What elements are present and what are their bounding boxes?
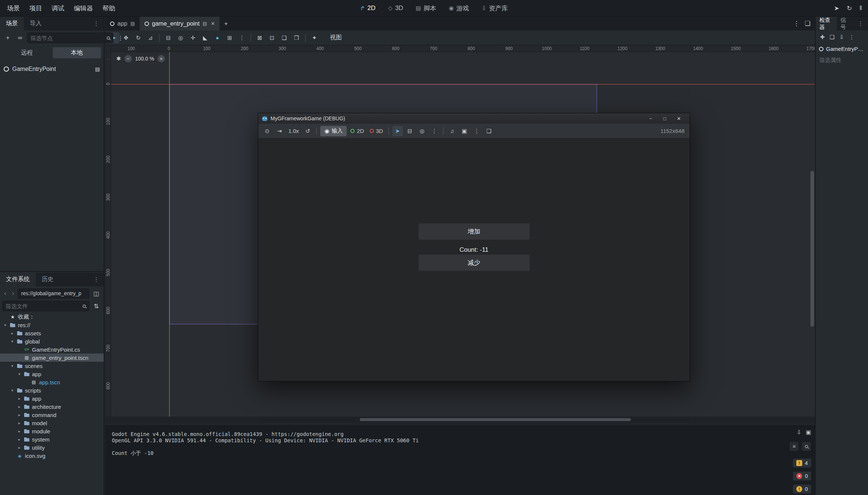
file-tree-item[interactable]: ▤ app.tscn [0,378,104,386]
snap-options-kebab[interactable]: ⋮ [236,32,247,43]
remote-button[interactable]: 远程 [3,47,51,58]
group-nodes-button[interactable]: ❑ [279,32,290,43]
selection-list-tool[interactable]: ⊟ [163,32,174,43]
hscroll-thumb[interactable] [360,418,631,421]
view-menu[interactable]: 视图 [326,32,346,43]
workspace-game[interactable]: ◉ 游戏 [444,2,473,14]
new-resource-button[interactable]: ✚ [820,34,825,40]
sort-files-button[interactable]: ⇅ [91,301,101,311]
scene-tabs-kebab[interactable]: ⋮ [793,20,800,27]
filter-properties[interactable]: 筛选属性 [816,54,868,67]
tab-inspector[interactable]: 检查器 [816,17,837,30]
filter-nodes-input[interactable] [30,35,104,41]
visibility-button[interactable]: ◎ [417,126,427,136]
local-button[interactable]: 本地 [53,47,101,58]
workspace-2d[interactable]: ↱ 2D [356,3,380,14]
game-window-titlebar[interactable]: MyGFrameworkGame (DEBUG) − □ ✕ [258,113,690,124]
file-tree-item[interactable]: ◈ icon.svg [0,452,104,460]
file-tree-item[interactable]: ▾ scripts [0,386,104,394]
reset-speed-button[interactable]: ↺ [302,126,313,136]
filter-files-input[interactable] [6,303,80,309]
expand-chevron-icon[interactable]: ▸ [17,396,22,401]
file-tree-item[interactable]: ▸ utility [0,443,104,452]
file-tree-item[interactable]: ▸ command [0,411,104,419]
mute-audio-button[interactable]: ♫ [447,126,457,136]
mode-2d-toggle[interactable]: 2D [349,126,366,136]
copy-log-button[interactable]: ▣ [806,429,811,436]
skeleton-options[interactable]: ✦ [309,32,320,43]
errors-badge[interactable]: ✕ 0 [793,472,811,481]
tab-import[interactable]: 导入 [24,17,48,30]
file-tree-item[interactable]: ▤ game_entry_point.tscn [0,354,104,362]
file-tree-item[interactable]: ★ 收藏： [0,313,104,321]
expand-chevron-icon[interactable]: ▸ [17,445,22,450]
scale-tool[interactable]: ⊿ [145,32,156,43]
expand-chevron-icon[interactable]: ▸ [17,413,22,417]
decrease-button[interactable]: 减少 [418,254,530,271]
inspector-dock-kebab[interactable]: ⋮ [853,17,868,30]
scene-tree-kebab[interactable]: ⋮ [115,33,126,43]
pause-icon[interactable]: ‖ [859,4,862,12]
scene-tab-game-entry-point[interactable]: game_entry_point ▤ ✕ [140,17,220,30]
speed-select[interactable]: 1.0x [286,126,301,136]
maximize-button[interactable]: □ [658,113,672,124]
tab-filesystem[interactable]: 文件系统 [0,273,36,286]
expand-chevron-icon[interactable]: ▾ [17,372,22,377]
expand-chevron-icon[interactable]: ▸ [17,404,22,409]
mode-3d-toggle[interactable]: 3D [368,126,385,136]
canvas-vscrollbar[interactable] [810,52,814,417]
camera-override-button[interactable]: ▣ [459,126,470,136]
file-tree-item[interactable]: ▾ global [0,337,104,345]
node-list-button[interactable]: ⊟ [405,126,415,136]
scene-menu[interactable]: 场景 [2,4,25,13]
expand-chevron-icon[interactable]: ▾ [10,364,14,368]
cursor-tool-icon[interactable]: ➤ [834,4,839,12]
filter-log-toggle[interactable]: ≡ [789,442,799,451]
lock-node-button[interactable]: ⊠ [254,32,265,43]
expand-chevron-icon[interactable]: ▸ [17,421,22,426]
tab-history[interactable]: 历史 [36,273,59,286]
tab-scene[interactable]: 场景 [0,17,24,30]
reload-icon[interactable]: ↻ [847,4,852,12]
zoom-level[interactable]: 100.0 % [135,56,154,62]
instantiate-scene-button[interactable]: ∞ [15,33,25,43]
rotate-tool[interactable]: ↻ [133,32,144,43]
expand-chevron-icon[interactable]: ▸ [10,331,14,336]
pan-tool[interactable]: ✛ [187,32,198,43]
load-resource-button[interactable]: ❏ [830,34,835,40]
close-tab-icon[interactable]: ✕ [211,21,215,26]
expand-viewport-button[interactable]: ❏ [805,20,810,27]
expand-chevron-icon[interactable]: ▾ [10,339,14,344]
pick-options-kebab[interactable]: ⋮ [429,126,440,136]
file-tree-item[interactable]: ▸ architecture [0,403,104,411]
session-options[interactable]: ⊙ [262,126,272,136]
save-log-button[interactable]: ⇩ [797,429,801,436]
editor-menu[interactable]: 编辑器 [69,4,98,13]
scene-tab-app[interactable]: app ▤ [105,17,140,30]
search-log-toggle[interactable] [801,442,811,451]
nav-forward-button[interactable]: › [10,290,16,297]
zoom-out-button[interactable]: − [124,55,132,62]
warnings-badge[interactable]: ! 0 [793,485,811,494]
attached-script-icon[interactable]: ▤ [95,66,100,72]
smart-snap-toggle[interactable]: ● [212,32,223,43]
file-tree-item[interactable]: ▸ module [0,427,104,435]
next-frame-button[interactable]: ⇥ [274,126,285,136]
scene-dock-kebab[interactable]: ⋮ [89,17,104,30]
nav-back-button[interactable]: ‹ [2,290,8,297]
zoom-in-button[interactable]: + [158,55,165,62]
file-tree-item[interactable]: ▾ scenes [0,362,104,370]
file-tree-item[interactable]: ▾ res:// [0,321,104,329]
path-input[interactable] [18,289,89,299]
inspector-node-row[interactable]: GameEntryPoint... [816,44,868,54]
tab-signals[interactable]: 信号 [837,17,853,30]
vscroll-thumb[interactable] [810,171,814,327]
expand-chevron-icon[interactable]: ▾ [3,323,7,328]
increase-button[interactable]: 增加 [418,223,530,240]
unlock-node-button[interactable]: ⊡ [266,32,278,43]
debug-menu[interactable]: 调试 [47,4,69,13]
fullscreen-button[interactable]: ❏ [484,126,494,136]
pivot-tool[interactable]: ◎ [175,32,186,43]
camera-options-kebab[interactable]: ⋮ [472,126,482,136]
asset-library[interactable]: ⇩ 资产库 [477,2,512,14]
